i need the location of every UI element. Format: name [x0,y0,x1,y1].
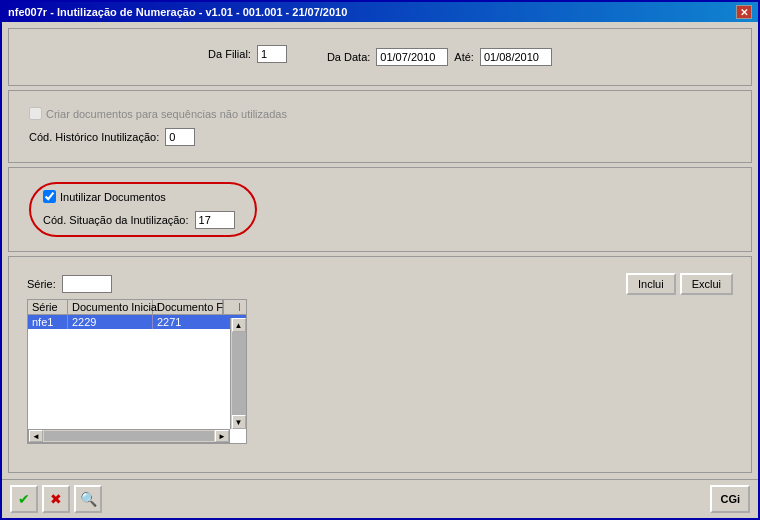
inutilizar-label: Inutilizar Documentos [60,191,166,203]
search-button[interactable]: 🔍 [74,485,102,513]
cod-historico-label: Cód. Histórico Inutilização: [29,131,159,143]
criar-docs-checkbox[interactable] [29,107,42,120]
header-doc-final: Documento Final [153,300,223,314]
cell-doc-inicial: 2229 [68,315,153,329]
cod-historico-input[interactable] [165,128,195,146]
cancel-button[interactable]: ✖ [42,485,70,513]
title-bar: nfe007r - Inutilização de Numeração - v1… [2,2,758,22]
close-button[interactable]: ✕ [736,5,752,19]
table-row[interactable]: nfe1 2229 2271 [28,315,246,329]
bottom-toolbar: ✔ ✖ 🔍 CGi [2,479,758,518]
check-icon: ✔ [18,491,30,507]
top-panel: Da Filial: Da Data: Até: [8,28,752,86]
criar-docs-label: Criar documentos para sequências não uti… [46,108,287,120]
content-area: Da Filial: Da Data: Até: Criar documento… [2,22,758,479]
serie-input[interactable] [62,275,112,293]
header-doc-inicial: Documento Inicial [68,300,153,314]
confirm-button[interactable]: ✔ [10,485,38,513]
filial-label: Da Filial: [208,48,251,60]
cod-situacao-label: Cód. Situação da Inutilização: [43,214,189,226]
scroll-up-btn[interactable]: ▲ [232,318,246,332]
serie-buttons: Inclui Exclui [626,273,733,295]
table-body[interactable]: nfe1 2229 2271 [28,315,246,443]
filial-input[interactable] [257,45,287,63]
data-input[interactable] [376,48,448,66]
cgi-button[interactable]: CGi [710,485,750,513]
scroll-track-h [44,431,214,441]
search-icon: 🔍 [80,491,97,507]
inclui-button[interactable]: Inclui [626,273,676,295]
inutilizar-checkbox[interactable] [43,190,56,203]
x-icon: ✖ [50,491,62,507]
ate-label: Até: [454,51,474,63]
toolbar-left: ✔ ✖ 🔍 [10,485,102,513]
cod-historico-row: Cód. Histórico Inutilização: [29,128,731,146]
cell-serie: nfe1 [28,315,68,329]
table-header: Série Documento Inicial Documento Final [28,300,246,315]
serie-label: Série: [27,278,56,290]
scroll-h[interactable]: ◄ ► [28,429,230,443]
cod-situacao-input[interactable] [195,211,235,229]
inutilizar-row: Inutilizar Documentos [43,190,235,203]
scroll-right-btn[interactable]: ► [215,430,229,442]
scroll-track-v [232,332,246,415]
serie-row: Série: Inclui Exclui [27,273,733,295]
serie-left: Série: [27,275,112,293]
data-label: Da Data: [327,51,370,63]
criar-docs-row: Criar documentos para sequências não uti… [29,107,731,120]
scroll-left-btn[interactable]: ◄ [29,430,43,442]
window-title: nfe007r - Inutilização de Numeração - v1… [8,6,347,18]
filial-row: Da Filial: [208,45,287,63]
scroll-down-btn[interactable]: ▼ [232,415,246,429]
cod-situacao-row: Cód. Situação da Inutilização: [43,211,235,229]
serie-table: Série Documento Inicial Documento Final … [27,299,247,444]
header-serie: Série [28,300,68,314]
middle-panel: Criar documentos para sequências não uti… [8,90,752,163]
exclui-button[interactable]: Exclui [680,273,733,295]
cell-doc-final: 2271 [153,315,223,329]
data-row: Da Data: Até: [327,48,552,66]
main-window: nfe007r - Inutilização de Numeração - v1… [0,0,760,520]
ate-input[interactable] [480,48,552,66]
serie-panel: Série: Inclui Exclui Série Documento Ini… [8,256,752,473]
inutilizar-panel: Inutilizar Documentos Cód. Situação da I… [8,167,752,252]
